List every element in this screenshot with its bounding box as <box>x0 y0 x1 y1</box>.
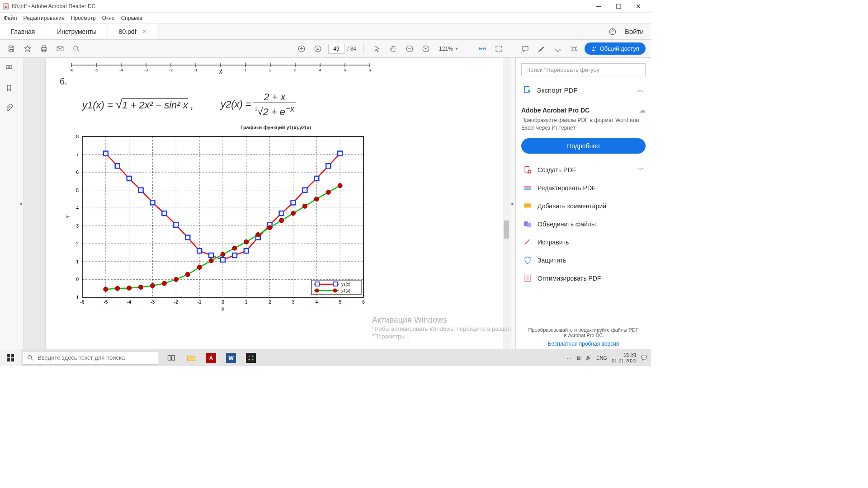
tray-volume-icon[interactable]: 🔊 <box>585 355 592 361</box>
svg-text:-5: -5 <box>94 68 98 72</box>
bookmark-icon[interactable] <box>3 82 15 94</box>
tray-chevron-icon[interactable]: ︿ <box>566 354 571 361</box>
zoom-out-icon[interactable] <box>404 43 415 55</box>
tool-create-pdf[interactable]: Создать PDF﹀ <box>521 161 646 179</box>
zoom-value[interactable]: 121% ▼ <box>436 46 462 52</box>
cursor-icon[interactable] <box>371 43 383 55</box>
svg-text:-2: -2 <box>169 68 173 72</box>
svg-text:6: 6 <box>362 300 365 305</box>
svg-rect-15 <box>9 66 11 69</box>
tray-language[interactable]: ENG <box>596 355 607 361</box>
maximize-button[interactable]: ☐ <box>609 0 628 13</box>
page-down-icon[interactable] <box>312 43 324 55</box>
highlight-icon[interactable] <box>536 43 547 55</box>
formulas: y1(x) = √1 + 2x² − sin² x , y2(x) = 2 + … <box>82 92 492 117</box>
tool-add-comment[interactable]: Добавить комментарий <box>521 197 646 215</box>
star-icon[interactable] <box>22 43 33 55</box>
share-button[interactable]: Общий доступ <box>585 42 646 55</box>
svg-text:A: A <box>5 5 7 8</box>
word-taskbar-icon[interactable]: W <box>222 349 241 366</box>
tabbar: Главная Инструменты 80.pdf× Войти <box>0 23 651 40</box>
svg-text:5: 5 <box>76 188 79 192</box>
svg-text:Y: Y <box>66 215 71 218</box>
menu-help[interactable]: Справка <box>121 15 142 21</box>
explorer-icon[interactable] <box>182 349 201 366</box>
acrobat-taskbar-icon[interactable]: A <box>202 349 221 366</box>
vertical-scrollbar[interactable] <box>503 58 510 349</box>
free-trial-link[interactable]: Бесплатная пробная версия <box>521 341 646 347</box>
svg-point-127 <box>256 232 260 237</box>
thumbnails-icon[interactable] <box>3 62 15 74</box>
menu-file[interactable]: Файл <box>4 15 17 21</box>
svg-point-129 <box>279 218 284 223</box>
hand-icon[interactable] <box>387 43 399 55</box>
sign-icon[interactable] <box>552 43 564 55</box>
tray-monitor-icon[interactable]: 🖥 <box>576 355 581 361</box>
help-icon[interactable] <box>607 26 618 38</box>
tool-redact[interactable]: Исправить <box>521 233 646 251</box>
minimize-button[interactable]: ─ <box>589 0 609 13</box>
svg-rect-5 <box>42 50 46 52</box>
tab-close-icon[interactable]: × <box>143 28 146 35</box>
svg-rect-148 <box>524 188 531 190</box>
svg-rect-138 <box>333 282 337 286</box>
left-collapse-handle[interactable]: ◄ <box>18 58 24 349</box>
zoom-in-icon[interactable] <box>420 43 432 55</box>
export-pdf-icon <box>523 85 532 94</box>
left-sidebar <box>0 58 18 349</box>
save-icon[interactable] <box>5 43 17 55</box>
svg-text:0: 0 <box>76 277 79 282</box>
chevron-down-icon: ﹀ <box>637 166 644 174</box>
menu-view[interactable]: Просмотр <box>71 15 96 21</box>
search-icon[interactable] <box>71 43 82 55</box>
right-collapse-handle[interactable]: ► <box>510 58 515 349</box>
svg-text:y1(x): y1(x) <box>341 282 350 286</box>
svg-rect-93 <box>104 151 108 155</box>
svg-point-141 <box>315 288 319 292</box>
tool-optimize[interactable]: Оптимизировать PDF <box>521 269 646 287</box>
export-pdf-section[interactable]: Экспорт PDF ︿ <box>521 83 646 101</box>
svg-point-133 <box>326 190 330 194</box>
tab-home[interactable]: Главная <box>0 23 46 39</box>
svg-rect-100 <box>185 235 190 239</box>
app-taskbar-icon[interactable] <box>241 349 260 366</box>
document-area[interactable]: -6-5-4-3-2-10123456 X 6. y1(x) = √1 + 2x… <box>24 58 510 349</box>
start-button[interactable] <box>0 349 21 366</box>
comment-icon[interactable] <box>519 43 531 55</box>
formula-y1: y1(x) = √1 + 2x² − sin² x , <box>82 98 193 112</box>
task-view-icon[interactable] <box>162 349 181 366</box>
svg-rect-137 <box>315 282 319 286</box>
tool-combine-files[interactable]: Объединить файлы <box>521 215 646 233</box>
svg-point-128 <box>268 225 272 230</box>
svg-rect-155 <box>11 358 14 361</box>
close-button[interactable]: ✕ <box>628 0 648 13</box>
svg-text:-6: -6 <box>70 68 73 72</box>
fit-page-icon[interactable] <box>493 43 505 55</box>
svg-point-131 <box>302 204 307 208</box>
learn-more-button[interactable]: Подробнее <box>521 138 646 154</box>
page-up-icon[interactable] <box>296 43 307 55</box>
tool-search-input[interactable]: Поиск "Нарисовать фигуру" <box>521 63 646 76</box>
tab-document[interactable]: 80.pdf× <box>108 23 158 39</box>
page-number-input[interactable] <box>328 44 344 54</box>
mail-icon[interactable] <box>54 43 66 55</box>
tab-tools[interactable]: Инструменты <box>46 23 108 39</box>
fit-width-icon[interactable] <box>476 43 488 55</box>
svg-point-117 <box>139 285 143 289</box>
menu-edit[interactable]: Редактирование <box>24 15 65 21</box>
attachment-icon[interactable] <box>3 102 15 114</box>
tray-date[interactable]: 01.01.2020 <box>612 358 637 363</box>
print-icon[interactable] <box>38 43 50 55</box>
svg-rect-95 <box>127 176 132 181</box>
taskbar-search[interactable]: Введите здесь текст для поиска <box>23 351 158 365</box>
tool-protect[interactable]: Защитить <box>521 251 646 269</box>
page-total: / 84 <box>347 46 356 52</box>
svg-rect-147 <box>524 186 531 188</box>
tray-time[interactable]: 22:31 <box>624 352 637 357</box>
tray-notifications-icon[interactable]: 💬 <box>641 355 647 361</box>
signin-link[interactable]: Войти <box>625 28 644 35</box>
system-tray[interactable]: ︿ 🖥 🔊 ENG 22:31 01.01.2020 💬 <box>563 352 651 363</box>
menu-window[interactable]: Окно <box>102 15 115 21</box>
tool-edit-pdf[interactable]: Редактировать PDF <box>521 179 646 197</box>
more-tools-icon[interactable] <box>568 43 580 55</box>
